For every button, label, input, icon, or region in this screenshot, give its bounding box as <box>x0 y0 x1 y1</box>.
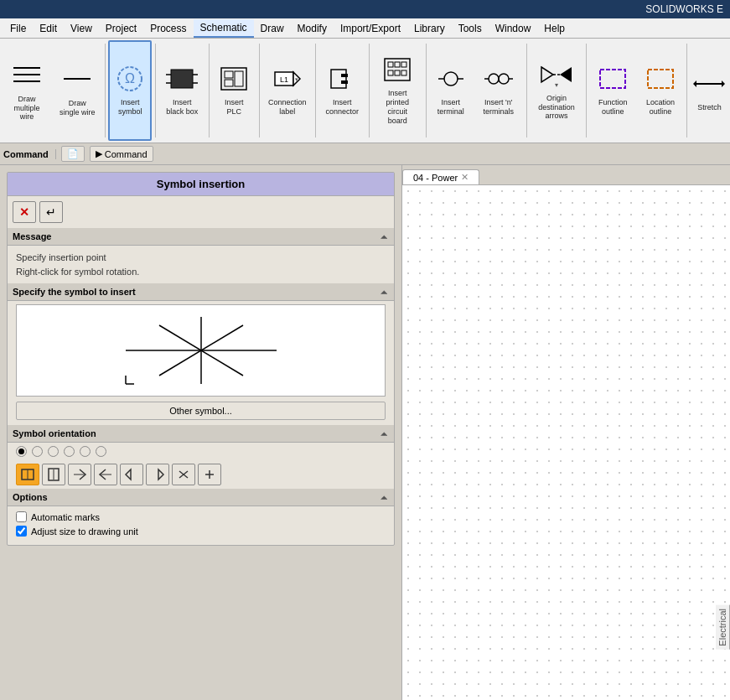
message-section-header[interactable]: Message ⏶ <box>8 228 394 246</box>
menu-view[interactable]: View <box>64 20 99 37</box>
menu-modify[interactable]: Modify <box>291 20 334 37</box>
svg-marker-44 <box>722 80 725 87</box>
svg-marker-38 <box>560 67 572 82</box>
other-symbol-button[interactable]: Other symbol... <box>16 402 386 420</box>
orient-btn-3[interactable] <box>94 464 117 485</box>
draw-single-wire-button[interactable]: Draw single wire <box>54 40 101 141</box>
orient-btn-2[interactable] <box>68 464 91 485</box>
insert-symbol-button[interactable]: Ω Insert symbol <box>108 40 152 141</box>
insert-pcb-button[interactable]: Insert printed circuit board <box>373 40 422 141</box>
radio-0[interactable] <box>16 446 27 457</box>
menu-edit[interactable]: Edit <box>33 20 64 37</box>
svg-rect-13 <box>225 80 233 86</box>
tab-power-close[interactable]: ✕ <box>461 172 469 183</box>
message-collapse-icon: ⏶ <box>380 231 389 241</box>
specify-symbol-collapse-icon: ⏶ <box>380 287 389 297</box>
menu-help[interactable]: Help <box>537 20 572 37</box>
svg-point-29 <box>444 72 458 86</box>
insert-n-terminals-icon <box>483 65 515 96</box>
drawing-area: 04 - Power ✕ Electrical <box>402 165 730 700</box>
svg-rect-14 <box>235 71 243 86</box>
radio-5[interactable] <box>96 446 106 457</box>
radio-1[interactable] <box>32 446 43 457</box>
orientation-section-header[interactable]: Symbol orientation ⏶ <box>8 425 394 443</box>
function-outline-button[interactable]: Function outline <box>590 40 636 141</box>
location-outline-button[interactable]: Location outline <box>638 40 684 141</box>
message-text-line2: Right-click for symbol rotation. <box>16 265 386 279</box>
svg-rect-21 <box>341 80 348 84</box>
menu-project[interactable]: Project <box>99 20 143 37</box>
options-section-title: Options <box>13 492 48 502</box>
adjust-size-row: Adjust size to drawing unit <box>16 526 386 537</box>
specify-symbol-section-header[interactable]: Specify the symbol to insert ⏶ <box>8 283 394 301</box>
svg-rect-27 <box>395 70 400 75</box>
orient-btn-4[interactable] <box>120 464 143 485</box>
draw-multiple-wire-icon <box>10 60 44 93</box>
orient-btn-6[interactable] <box>172 464 195 485</box>
menu-import-export[interactable]: Import/Export <box>334 20 407 37</box>
orient-btn-5[interactable] <box>146 464 169 485</box>
menu-schematic[interactable]: Schematic <box>194 19 254 38</box>
svg-rect-12 <box>225 71 233 78</box>
orient-btn-7[interactable] <box>198 464 221 485</box>
svg-rect-25 <box>401 62 406 67</box>
run-command-button[interactable]: ▶ Command <box>90 146 153 162</box>
svg-point-33 <box>499 74 509 84</box>
insert-pcb-icon <box>381 55 413 87</box>
menu-tools[interactable]: Tools <box>452 20 489 37</box>
insert-symbol-label: Insert symbol <box>115 98 145 117</box>
title-bar: SOLIDWORKS E <box>0 0 730 18</box>
origin-destination-icon: ▾ <box>538 60 575 92</box>
adjust-size-checkbox[interactable] <box>16 526 27 537</box>
svg-text:Ω: Ω <box>125 71 135 86</box>
svg-point-32 <box>489 74 499 84</box>
symbol-preview <box>16 304 386 397</box>
sep10 <box>686 44 687 137</box>
draw-single-wire-label: Draw single wire <box>60 99 96 117</box>
menu-process[interactable]: Process <box>143 20 193 37</box>
sep5 <box>315 44 316 137</box>
sep3 <box>209 44 210 137</box>
orientation-collapse-icon: ⏶ <box>380 428 389 438</box>
radio-3[interactable] <box>64 446 75 457</box>
options-section-header[interactable]: Options ⏶ <box>8 489 394 506</box>
svg-rect-26 <box>388 70 393 75</box>
insert-terminal-icon <box>435 65 467 96</box>
radio-4[interactable] <box>80 446 91 457</box>
toolbar: Draw multiple wire Draw single wire Ω In… <box>0 39 730 143</box>
insert-black-box-button[interactable]: Insert black box <box>159 40 205 141</box>
origin-destination-button[interactable]: ▾ Origin destination arrows <box>531 40 582 141</box>
menu-draw[interactable]: Draw <box>254 20 291 37</box>
draw-multiple-wire-label: Draw multiple wire <box>8 95 46 122</box>
draw-multiple-wire-button[interactable]: Draw multiple wire <box>2 40 52 141</box>
draw-single-wire-icon <box>60 64 94 97</box>
connection-label-button[interactable]: L1 ▾ Connection label <box>263 40 312 141</box>
insert-terminal-button[interactable]: Insert terminal <box>429 40 472 141</box>
menu-window[interactable]: Window <box>489 20 538 37</box>
svg-text:L1: L1 <box>280 75 288 84</box>
new-doc-button[interactable]: 📄 <box>61 146 85 162</box>
orient-btn-1[interactable] <box>42 464 65 485</box>
stretch-button[interactable]: Stretch <box>691 40 728 141</box>
origin-destination-label: Origin destination arrows <box>536 94 577 121</box>
insert-connector-button[interactable]: Insert connector <box>318 40 365 141</box>
insert-symbol-icon: Ω <box>114 65 146 96</box>
tab-power[interactable]: 04 - Power ✕ <box>402 169 479 184</box>
insert-plc-button[interactable]: Insert PLC <box>212 40 256 141</box>
orient-btn-0[interactable] <box>16 464 39 485</box>
other-symbol-label: Other symbol... <box>169 406 232 416</box>
radio-2[interactable] <box>48 446 59 457</box>
auto-marks-checkbox[interactable] <box>16 511 27 522</box>
auto-marks-label: Automatic marks <box>31 512 100 522</box>
insert-n-terminals-button[interactable]: Insert 'n' terminals <box>474 40 523 141</box>
menu-file[interactable]: File <box>3 20 33 37</box>
confirm-button[interactable]: ↵ <box>39 201 63 223</box>
insert-terminal-label: Insert terminal <box>435 98 466 117</box>
location-outline-icon <box>645 65 676 96</box>
menu-library[interactable]: Library <box>407 20 452 37</box>
options-body: Automatic marks Adjust size to drawing u… <box>8 506 394 545</box>
run-label: Command <box>105 149 148 159</box>
cancel-button[interactable]: ✕ <box>13 201 36 223</box>
symbol-insertion-title: Symbol insertion <box>8 173 394 196</box>
insert-black-box-icon <box>166 65 198 96</box>
